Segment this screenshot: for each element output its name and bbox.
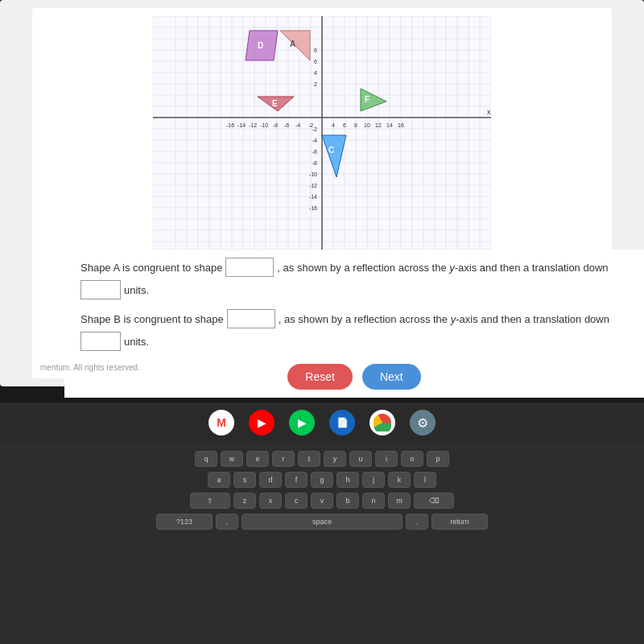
svg-text:-8: -8 <box>312 160 317 166</box>
svg-text:x: x <box>487 108 491 116</box>
q2-prefix: Shape B is congruent to shape <box>80 313 224 325</box>
keyboard-row-1: q w e r t y u i o p <box>195 451 449 467</box>
svg-text:14: 14 <box>386 122 393 128</box>
reset-button[interactable]: Reset <box>287 364 353 390</box>
svg-text:12: 12 <box>375 122 382 128</box>
svg-text:6: 6 <box>314 59 317 64</box>
key-h[interactable]: h <box>336 472 359 488</box>
next-button[interactable]: Next <box>362 364 421 390</box>
key-c[interactable]: c <box>285 493 308 509</box>
chrome-icon[interactable] <box>369 410 395 436</box>
question-area: Shape A is congruent to shape , as shown… <box>64 250 644 398</box>
svg-text:6: 6 <box>314 47 317 53</box>
svg-text:8: 8 <box>354 122 357 128</box>
svg-text:-14: -14 <box>237 122 246 128</box>
play-icon[interactable]: ▶ <box>289 410 315 436</box>
svg-text:-4: -4 <box>295 122 300 128</box>
svg-text:-12: -12 <box>249 122 257 128</box>
svg-text:-14: -14 <box>309 194 317 200</box>
coordinate-grid: x -16 -14 -12 -10 -8 -6 -4 -2 4 6 8 10 1… <box>153 16 491 250</box>
key-w[interactable]: w <box>221 451 243 467</box>
keyboard-row-4: ?123 , space . return <box>156 514 488 530</box>
svg-text:2: 2 <box>314 81 317 87</box>
svg-text:-12: -12 <box>309 183 317 188</box>
svg-text:10: 10 <box>364 122 370 128</box>
svg-text:-6: -6 <box>284 122 289 128</box>
q1-shape-input[interactable] <box>225 258 274 277</box>
gmail-icon[interactable]: M <box>208 410 234 436</box>
svg-text:-8: -8 <box>273 122 278 128</box>
q1-middle: , as shown by a reflection across the y-… <box>277 262 608 274</box>
key-a[interactable]: a <box>208 472 230 488</box>
svg-text:4: 4 <box>332 122 335 128</box>
q1-units-input[interactable] <box>80 280 121 299</box>
q1-units-label: units. <box>124 284 149 296</box>
key-n[interactable]: n <box>362 493 385 509</box>
key-u[interactable]: u <box>349 451 372 467</box>
svg-text:-10: -10 <box>260 122 268 128</box>
svg-text:E: E <box>272 99 278 108</box>
key-t[interactable]: t <box>298 451 320 467</box>
files-icon[interactable]: 📄 <box>329 410 355 436</box>
q1-prefix: Shape A is congruent to shape <box>80 262 222 274</box>
keyboard-row-2: a s d f g h j k l <box>208 472 436 488</box>
key-e[interactable]: e <box>246 451 269 467</box>
key-x[interactable]: x <box>259 493 282 509</box>
key-s[interactable]: s <box>233 472 256 488</box>
settings-icon[interactable]: ⚙ <box>410 410 436 436</box>
key-backspace[interactable]: ⌫ <box>414 493 454 509</box>
content-area: x -16 -14 -12 -10 -8 -6 -4 -2 4 6 8 10 1… <box>32 8 612 378</box>
svg-text:4: 4 <box>314 70 317 76</box>
key-k[interactable]: k <box>388 472 411 488</box>
q2-middle: , as shown by a reflection across the y-… <box>279 313 609 325</box>
question-1-row: Shape A is congruent to shape , as shown… <box>80 258 628 299</box>
key-p[interactable]: p <box>427 451 449 467</box>
q2-units-label: units. <box>124 336 149 348</box>
key-d[interactable]: d <box>259 472 282 488</box>
svg-text:-16: -16 <box>309 205 317 211</box>
key-comma[interactable]: , <box>216 514 238 530</box>
key-period[interactable]: . <box>406 514 428 530</box>
youtube-icon[interactable]: ▶ <box>249 410 275 436</box>
key-f[interactable]: f <box>285 472 308 488</box>
svg-text:6: 6 <box>343 122 346 128</box>
svg-text:-6: -6 <box>312 149 317 155</box>
key-y[interactable]: y <box>324 451 346 467</box>
screen: x -16 -14 -12 -10 -8 -6 -4 -2 4 6 8 10 1… <box>0 0 644 386</box>
svg-text:-16: -16 <box>226 122 234 128</box>
q2-units-input[interactable] <box>80 332 121 351</box>
svg-text:F: F <box>365 95 369 104</box>
svg-text:16: 16 <box>398 122 404 128</box>
question-2-row: Shape B is congruent to shape , as shown… <box>80 309 628 351</box>
svg-text:-2: -2 <box>312 126 317 132</box>
svg-text:A: A <box>290 39 295 48</box>
key-shift[interactable]: ⇧ <box>190 493 230 509</box>
key-q[interactable]: q <box>195 451 217 467</box>
key-123[interactable]: ?123 <box>156 514 213 530</box>
svg-text:C: C <box>328 146 334 155</box>
svg-text:-10: -10 <box>309 171 317 177</box>
keyboard-row-3: ⇧ z x c v b n m ⌫ <box>190 493 454 509</box>
footer-text: mentum. All rights reserved. <box>40 363 140 372</box>
key-v[interactable]: v <box>311 493 333 509</box>
q2-shape-input[interactable] <box>227 309 275 328</box>
key-j[interactable]: j <box>362 472 385 488</box>
key-space[interactable]: space <box>242 514 402 530</box>
keyboard-area: q w e r t y u i o p a s d f g h j k l ⇧ … <box>0 443 644 644</box>
key-i[interactable]: i <box>375 451 398 467</box>
button-row: Reset Next <box>80 364 628 390</box>
key-m[interactable]: m <box>388 493 411 509</box>
svg-text:-4: -4 <box>312 138 317 143</box>
key-r[interactable]: r <box>272 451 295 467</box>
key-o[interactable]: o <box>401 451 423 467</box>
key-enter[interactable]: return <box>431 514 488 530</box>
key-g[interactable]: g <box>311 472 333 488</box>
key-b[interactable]: b <box>336 493 359 509</box>
key-z[interactable]: z <box>233 493 256 509</box>
svg-text:D: D <box>258 41 263 50</box>
taskbar: M ▶ ▶ 📄 ⚙ <box>0 402 644 443</box>
key-l[interactable]: l <box>414 472 436 488</box>
